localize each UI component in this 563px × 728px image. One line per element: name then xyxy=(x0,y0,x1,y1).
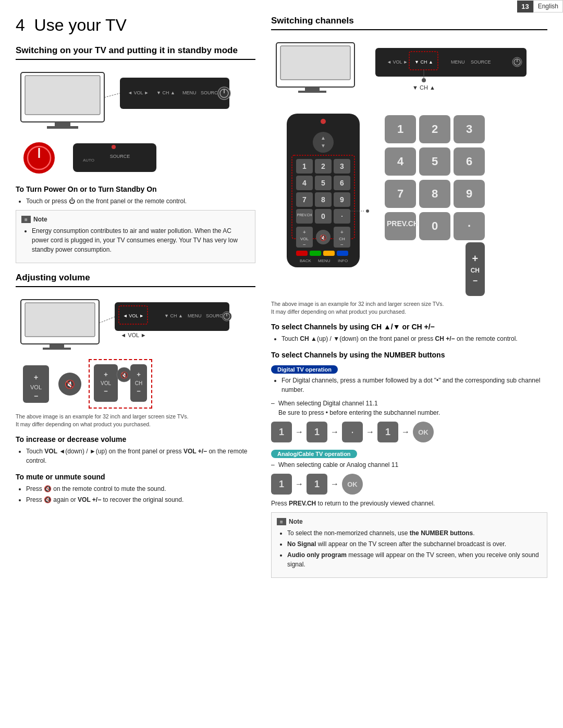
ch-select-heading1: To select Channels by using CH ▲/▼ or CH… xyxy=(271,323,547,331)
analog-seq-ok: OK xyxy=(342,474,363,495)
remote-numpad-diagram: 1 2 3 4 5 6 7 8 xyxy=(271,111,375,296)
remote-power-diagram: SOURCE AUTO xyxy=(21,140,255,178)
svg-text:◄  VOL  ►: ◄ VOL ► xyxy=(120,332,146,338)
analog-seq-1b: 1 xyxy=(307,474,327,495)
big-num-0: 0 xyxy=(419,212,450,240)
svg-rect-53 xyxy=(305,87,320,91)
svg-text:BACK: BACK xyxy=(300,258,311,263)
big-num-3: 3 xyxy=(454,115,485,143)
svg-rect-3 xyxy=(47,126,78,129)
svg-text:7: 7 xyxy=(302,195,307,204)
svg-text:+: + xyxy=(104,371,108,378)
svg-rect-23 xyxy=(43,348,71,350)
increase-bullets: Touch VOL ◄(down) / ►(up) on the front p… xyxy=(16,447,255,465)
standby-note-item-1: Energy consumption contributes to air an… xyxy=(32,226,250,254)
big-num-5: 5 xyxy=(419,147,450,176)
svg-text:0: 0 xyxy=(321,212,325,220)
svg-text:▼ CH ▲: ▼ CH ▲ xyxy=(414,59,433,65)
svg-point-115 xyxy=(366,209,369,213)
svg-line-12 xyxy=(104,93,120,97)
big-num-4: 4 xyxy=(385,147,416,176)
svg-text:◄ VOL ►: ◄ VOL ► xyxy=(123,313,144,318)
svg-text:+: + xyxy=(34,373,38,381)
svg-text:+: + xyxy=(137,371,141,378)
svg-text:PREV.CH: PREV.CH xyxy=(297,213,312,217)
channel-note-item-3: Audio only program message will appear o… xyxy=(287,550,542,569)
page-badge: 13 English xyxy=(517,0,563,13)
vol-buttons-diagram: + VOL − 🔇 + VOL − 🔇 xyxy=(21,359,255,409)
channels-section-title: Switching channels xyxy=(271,16,547,30)
prevchannel-text: Press PREV.CH to return to the previousl… xyxy=(271,499,547,508)
svg-text:MENU: MENU xyxy=(182,90,197,95)
mute-bullets: Press 🔇 on the remote control to mute th… xyxy=(16,484,255,504)
svg-text:🔇: 🔇 xyxy=(65,379,75,389)
svg-text:5: 5 xyxy=(321,179,325,187)
svg-text:AUTO: AUTO xyxy=(83,158,94,163)
svg-text:CH: CH xyxy=(135,380,142,386)
seq-1a: 1 xyxy=(271,422,292,442)
svg-point-65 xyxy=(422,78,426,82)
svg-text:+: + xyxy=(340,229,344,235)
vol-remote-highlight: + VOL − 🔇 + CH − xyxy=(89,359,152,409)
channel-tv-diagram: ◄ VOL ► ▼ CH ▲ MENU SOURCE ▼ CH ▲ xyxy=(271,38,547,107)
svg-text:2: 2 xyxy=(321,162,325,170)
ch-select-heading2: To select Channels by using the NUMBER b… xyxy=(271,351,547,359)
seq-ok: OK xyxy=(413,422,434,442)
digital-bullets: For Digital channels, press a number fol… xyxy=(271,376,547,394)
channel-note-list: To select the non-memorized channels, us… xyxy=(277,528,542,569)
big-num-2: 2 xyxy=(419,115,450,143)
svg-text:▲: ▲ xyxy=(321,135,326,141)
mute-heading: To mute or unmute sound xyxy=(16,473,255,481)
svg-text:VOL: VOL xyxy=(101,380,111,386)
svg-text:▼  CH  ▲: ▼ CH ▲ xyxy=(412,84,435,91)
right-column: Switching channels ◄ VOL ► ▼ CH ▲ MENU S… xyxy=(271,16,547,582)
digital-dash: When selecting Digital channel 11.1Be su… xyxy=(271,399,547,417)
svg-text:▼ CH ▲: ▼ CH ▲ xyxy=(156,90,175,95)
left-column: 4 Use your TV Switching on your TV and p… xyxy=(16,16,255,582)
big-num-9: 9 xyxy=(454,180,485,208)
mute-bullet-2: Press 🔇 again or VOL +/− to recover the … xyxy=(26,495,255,504)
volume-caption: The above image is an example for 32 inc… xyxy=(16,413,255,428)
svg-line-33 xyxy=(99,317,115,323)
svg-text:VOL: VOL xyxy=(30,384,42,390)
big-prevchan: PREV.CH xyxy=(385,212,416,240)
analog-seq-1a: 1 xyxy=(271,474,292,495)
svg-text:▼ CH ▲: ▼ CH ▲ xyxy=(164,313,183,318)
chapter-title: 4 Use your TV xyxy=(16,16,255,35)
svg-text:MENU: MENU xyxy=(451,59,465,65)
channel-caption: The above image is an example for 32 inc… xyxy=(271,300,547,315)
svg-rect-22 xyxy=(50,344,64,348)
big-num-1: 1 xyxy=(385,115,416,143)
power-bullet: Touch or press ⏻ on the front panel or t… xyxy=(26,196,255,206)
page-language: English xyxy=(533,0,563,13)
svg-text:VOL: VOL xyxy=(300,237,309,241)
svg-point-68 xyxy=(321,119,326,124)
standby-tv-diagram: ◄ VOL ► ▼ CH ▲ MENU SOURCE xyxy=(16,67,255,137)
standby-section-title: Switching on your TV and putting it in s… xyxy=(16,45,255,60)
svg-text:·: · xyxy=(340,211,343,221)
svg-rect-105 xyxy=(310,251,321,256)
svg-text:MENU: MENU xyxy=(188,313,202,318)
svg-text:🔇: 🔇 xyxy=(320,234,327,241)
seq-1c: 1 xyxy=(377,422,398,442)
power-heading: To Turn Power On or to Turn Standby On xyxy=(16,185,255,193)
svg-text:SOURCE: SOURCE xyxy=(471,59,491,65)
svg-rect-52 xyxy=(280,46,350,80)
svg-text:−: − xyxy=(303,242,306,248)
page-number: 13 xyxy=(517,1,533,13)
volume-tv-diagram: ◄ VOL ► ▼ CH ▲ MENU SOURCE ◄ VOL ► xyxy=(16,294,255,356)
svg-point-19 xyxy=(112,145,116,149)
analog-sequence: 1 → 1 → OK xyxy=(271,474,547,495)
svg-text:−: − xyxy=(340,242,344,248)
analog-dash: When selecting cable or Analog channel 1… xyxy=(271,460,547,470)
channel-note-box: Note To select the non-memorized channel… xyxy=(271,512,547,578)
big-num-8: 8 xyxy=(419,180,450,208)
svg-rect-2 xyxy=(55,122,70,126)
digital-sequence: 1 → 1 → · → 1 → OK xyxy=(271,422,547,442)
analog-label: Analog/Cable TV operation xyxy=(271,450,357,458)
svg-rect-54 xyxy=(298,91,326,93)
increase-bullet: Touch VOL ◄(down) / ►(up) on the front p… xyxy=(26,447,255,465)
svg-text:SOURCE: SOURCE xyxy=(110,154,130,159)
svg-text:9: 9 xyxy=(340,195,344,204)
svg-text:−: − xyxy=(137,387,141,395)
